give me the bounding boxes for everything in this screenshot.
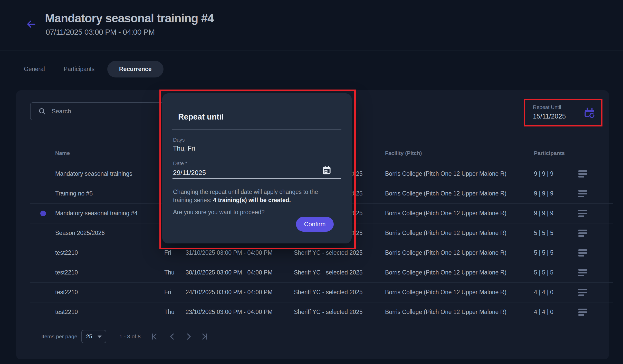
row-menu-icon[interactable] (578, 229, 588, 238)
last-page-button[interactable] (199, 332, 210, 341)
days-value: Thu, Fri (173, 145, 195, 152)
table-row[interactable]: test2210 Fri 24/10/2025 03:00 PM - 04:00… (16, 282, 609, 302)
row-menu-icon[interactable] (578, 209, 588, 218)
cell-name: Mandatory seasonal trainings (55, 164, 132, 184)
pagination-range: 1 - 8 of 8 (119, 333, 141, 340)
repeat-until-label: Repeat Until (533, 104, 561, 110)
header-divider (0, 51, 623, 51)
table-row[interactable]: test2210 Fri 31/10/2025 03:00 PM - 04:00… (16, 243, 609, 263)
cell-participants: 9 | 9 | 9 (534, 164, 553, 184)
dialog-question: Are you sure you want to proceed? (173, 209, 265, 216)
column-header-name[interactable]: Name (55, 148, 70, 158)
table-row[interactable]: test2210 Thu 23/10/2025 03:00 PM - 04:00… (16, 302, 609, 322)
repeat-until-dialog: Repeat until Days Thu, Fri Date * 29/11/… (162, 93, 352, 243)
message-line1: Changing the repeat until date will appl… (173, 188, 339, 196)
cell-facility: Borris College (Pitch One 12 Upper Malon… (385, 164, 506, 184)
repeat-until-value[interactable]: 15/11/2025 (533, 112, 566, 120)
cell-participants: 9 | 9 | 9 (534, 184, 553, 203)
dialog-divider (172, 129, 341, 130)
previous-page-button[interactable] (167, 332, 177, 341)
tab-participants[interactable]: Participants (64, 61, 94, 77)
cell-datetime: 23/10/2025 03:00 PM - 04:00 PM (186, 302, 273, 322)
confirm-button[interactable]: Confirm (296, 217, 334, 232)
cell-season: Sheriff YC - selected 2025 (294, 263, 363, 282)
cell-facility: Borris College (Pitch One 12 Upper Malon… (385, 203, 506, 223)
cell-season: Sheriff YC - selected 2025 (294, 302, 363, 322)
days-label: Days (173, 137, 185, 143)
next-page-button[interactable] (184, 332, 194, 341)
cell-name: Training no #5 (55, 184, 93, 203)
search-icon (38, 107, 46, 115)
row-menu-icon[interactable] (578, 268, 588, 277)
cell-datetime: 30/10/2025 03:00 PM - 04:00 PM (186, 263, 273, 282)
message-bold: 4 training(s) will be created. (213, 197, 291, 203)
row-menu-icon[interactable] (578, 249, 588, 257)
selected-row-dot (40, 211, 46, 216)
cell-facility: Borris College (Pitch One 12 Upper Malon… (385, 243, 506, 263)
cell-season: Sheriff YC - selected 2025 (294, 243, 363, 263)
items-per-page-value: 25 (86, 333, 92, 340)
cell-participants: 4 | 4 | 0 (534, 282, 553, 302)
cell-name: test2210 (55, 302, 78, 322)
cell-facility: Borris College (Pitch One 12 Upper Malon… (385, 282, 506, 302)
cell-day: Fri (164, 243, 171, 263)
cell-datetime: 31/10/2025 03:00 PM - 04:00 PM (186, 243, 273, 263)
cell-facility: Borris College (Pitch One 12 Upper Malon… (385, 184, 506, 203)
tab-general[interactable]: General (24, 61, 45, 77)
cell-day: Thu (164, 302, 175, 322)
cell-participants: 5 | 5 | 5 (534, 223, 553, 243)
page-title: Mandatory seasonal training #4 (45, 11, 214, 25)
date-input-value[interactable]: 29/11/2025 (173, 169, 206, 177)
cell-name: test2210 (55, 282, 78, 302)
date-input-underline (172, 178, 341, 179)
cell-datetime: 24/10/2025 03:00 PM - 04:00 PM (186, 282, 273, 302)
cell-facility: Borris College (Pitch One 12 Upper Malon… (385, 263, 506, 282)
cell-name: Mandatory seasonal training #4 (55, 203, 138, 223)
cell-facility: Borris College (Pitch One 12 Upper Malon… (385, 223, 506, 243)
table-divider (30, 322, 613, 322)
calendar-repeat-icon[interactable] (584, 107, 595, 119)
page-subtitle: 07/11/2025 03:00 PM - 04:00 PM (46, 28, 155, 36)
row-menu-icon[interactable] (578, 170, 588, 178)
cell-participants: 5 | 5 | 5 (534, 243, 553, 263)
first-page-button[interactable] (149, 332, 159, 341)
items-per-page-label: Items per page (41, 333, 77, 340)
cell-name: Season 2025/2026 (55, 223, 105, 243)
cell-day: Thu (164, 263, 175, 282)
cell-day: Fri (164, 282, 171, 302)
cell-name: test2210 (55, 263, 78, 282)
cell-participants: 5 | 5 | 5 (534, 263, 553, 282)
cell-participants: 9 | 9 | 9 (534, 203, 553, 223)
cell-season: Sheriff YC - selected 2025 (294, 282, 363, 302)
row-menu-icon[interactable] (578, 189, 588, 198)
cell-participants: 4 | 4 | 0 (534, 302, 553, 322)
tabs-divider (0, 82, 623, 82)
tab-recurrence[interactable]: Recurrence (107, 61, 164, 77)
table-row[interactable]: test2210 Thu 30/10/2025 03:00 PM - 04:00… (16, 263, 609, 282)
chevron-down-icon (98, 336, 102, 338)
arrow-left-icon (26, 19, 37, 29)
dialog-message: Changing the repeat until date will appl… (173, 188, 339, 204)
dialog-title: Repeat until (178, 112, 224, 122)
date-label: Date * (173, 161, 187, 166)
row-menu-icon[interactable] (578, 288, 588, 297)
calendar-icon[interactable] (322, 165, 332, 175)
back-button[interactable] (26, 19, 37, 29)
cell-name: test2210 (55, 243, 78, 263)
column-header-participants[interactable]: Participants (534, 148, 565, 158)
column-header-facility[interactable]: Facility (Pitch) (385, 148, 422, 158)
items-per-page-select[interactable]: 25 (81, 330, 106, 343)
message-line2: training series: (173, 197, 213, 203)
cell-facility: Borris College (Pitch One 12 Upper Malon… (385, 302, 506, 322)
row-menu-icon[interactable] (578, 308, 588, 317)
